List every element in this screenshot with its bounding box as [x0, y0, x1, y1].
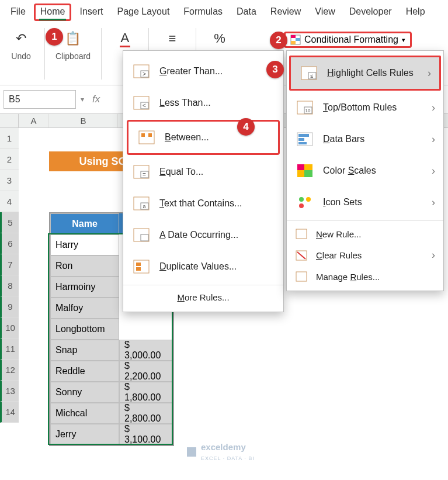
text-contains-icon: a [131, 195, 151, 212]
menu-more-rules[interactable]: More Rules... [123, 288, 283, 307]
col-header-b[interactable]: B [49, 114, 118, 127]
ribbon-undo-group[interactable]: ↶ Undo [8, 28, 34, 61]
name-box-dropdown-icon[interactable]: ▾ [81, 95, 84, 103]
row-header[interactable]: 1 [0, 128, 19, 149]
chevron-down-icon: ▾ [402, 36, 405, 44]
ribbon-number-group[interactable]: % [207, 28, 232, 49]
cell-name[interactable]: Malfoy [50, 298, 119, 319]
svg-rect-37 [304, 170, 312, 177]
menu-divider [287, 220, 443, 221]
cell-name[interactable]: Snap [50, 340, 119, 361]
table-row[interactable]: Reddle$ 2,200.00 [50, 361, 173, 382]
ribbon-align-group[interactable]: ≡ [159, 28, 185, 49]
row-header[interactable]: 11 [0, 339, 19, 360]
row-header[interactable]: 14 [0, 402, 19, 423]
row-header[interactable]: 9 [0, 296, 19, 317]
cell-salary[interactable]: $ 2,200.00 [119, 361, 173, 382]
cell-name[interactable]: Harmoiny [50, 277, 119, 298]
menu-page-layout[interactable]: Page Layout [111, 4, 175, 20]
menu-manage-rules[interactable]: Manage Rules... [287, 266, 443, 287]
cell-name[interactable]: Harry [50, 234, 119, 255]
menu-data[interactable]: Data [231, 4, 262, 20]
table-row[interactable]: Sonny$ 1,800.00 [50, 382, 173, 403]
menu-home[interactable]: Home [34, 4, 72, 21]
menu-view[interactable]: View [309, 4, 341, 20]
svg-rect-10 [139, 131, 154, 144]
cell-name[interactable]: Ron [50, 255, 119, 277]
cell-salary[interactable]: $ 3,000.00 [119, 340, 173, 361]
menu-icon-sets[interactable]: Icon Sets › [287, 187, 443, 218]
row-header[interactable]: 6 [0, 233, 19, 254]
cell-salary[interactable]: $ 3,100.00 [119, 424, 173, 445]
menu-text-contains[interactable]: a Text that Contains... [123, 188, 283, 219]
menu-review[interactable]: Review [265, 4, 307, 20]
table-row[interactable]: Jerry$ 3,100.00 [50, 424, 173, 445]
menu-insert[interactable]: Insert [74, 4, 109, 20]
svg-rect-41 [296, 229, 307, 239]
chevron-right-icon: › [432, 249, 435, 261]
equal-to-icon: = [131, 163, 151, 181]
undo-label: Undo [11, 51, 30, 61]
ribbon-font-group[interactable]: A [112, 28, 138, 49]
chevron-right-icon: › [432, 102, 435, 114]
cell-name[interactable]: Michcal [50, 403, 119, 424]
less-than-icon: < [131, 94, 151, 112]
header-name[interactable]: Name [50, 213, 119, 234]
menu-clear-rules[interactable]: Clear Rules › [287, 244, 443, 266]
menu-file[interactable]: File [5, 4, 32, 20]
menu-duplicate-values[interactable]: Duplicate Values... [123, 251, 283, 282]
svg-rect-36 [297, 170, 304, 177]
manage-rules-icon [295, 271, 308, 282]
watermark-icon [186, 446, 197, 458]
svg-point-39 [306, 197, 311, 202]
col-header-a[interactable]: A [19, 114, 49, 127]
menu-formulas[interactable]: Formulas [178, 4, 228, 20]
menu-date-occurring[interactable]: A Date Occurring... [123, 219, 283, 251]
fx-icon[interactable]: fx [89, 94, 103, 105]
name-box[interactable] [4, 90, 76, 109]
svg-text:10: 10 [305, 108, 311, 113]
menu-highlight-cells-rules[interactable]: ≤ Highlight Cells Rules › [289, 56, 441, 91]
table-row[interactable]: Longbottom [50, 319, 173, 340]
cell-salary[interactable]: $ 2,800.00 [119, 403, 173, 424]
row-header[interactable]: 8 [0, 275, 19, 296]
table-row[interactable]: Snap$ 3,000.00 [50, 340, 173, 361]
menu-top-bottom-rules[interactable]: 10 Top/Bottom Rules › [287, 92, 443, 123]
menu-greater-than[interactable]: > Greater Than... [123, 56, 283, 87]
row-header[interactable]: 12 [0, 360, 19, 381]
cell-name[interactable]: Jerry [50, 424, 119, 445]
menu-data-bars[interactable]: Data Bars › [287, 123, 443, 155]
menu-developer[interactable]: Developer [343, 4, 398, 20]
svg-rect-2 [296, 38, 300, 41]
row-header[interactable]: 10 [0, 317, 19, 339]
svg-rect-34 [297, 164, 304, 170]
menu-equal-to[interactable]: = Equal To... [123, 156, 283, 188]
cell-name[interactable]: Sonny [50, 382, 119, 403]
greater-than-icon: > [131, 63, 151, 80]
conditional-formatting-icon [290, 34, 301, 45]
select-all-corner[interactable] [0, 114, 19, 127]
ribbon-separator [44, 28, 45, 80]
row-header[interactable]: 5 [0, 212, 19, 233]
menu-color-scales[interactable]: Color Scales › [287, 155, 443, 187]
menu-divider [123, 285, 283, 285]
row-header[interactable]: 13 [0, 381, 19, 402]
row-header[interactable]: 3 [0, 170, 19, 191]
conditional-formatting-button[interactable]: Conditional Formatting ▾ [284, 32, 412, 48]
icon-sets-icon [295, 194, 315, 211]
menu-less-than[interactable]: < Less Than... [123, 87, 283, 119]
cell-name[interactable]: Longbottom [50, 319, 119, 340]
clipboard-icon: 📋 [60, 28, 86, 49]
cell-salary[interactable]: $ 1,800.00 [119, 382, 173, 403]
cell-name[interactable]: Reddle [50, 361, 119, 382]
row-header[interactable]: 7 [0, 254, 19, 275]
table-row[interactable]: Michcal$ 2,800.00 [50, 403, 173, 424]
svg-rect-22 [136, 263, 141, 266]
svg-point-38 [299, 197, 304, 202]
row-header[interactable]: 4 [0, 191, 19, 212]
menu-between[interactable]: Between... [127, 120, 280, 155]
menu-help[interactable]: Help [400, 4, 431, 20]
row-header[interactable]: 2 [0, 149, 19, 170]
svg-rect-33 [298, 142, 307, 144]
menu-new-rule[interactable]: New Rule... [287, 223, 443, 244]
